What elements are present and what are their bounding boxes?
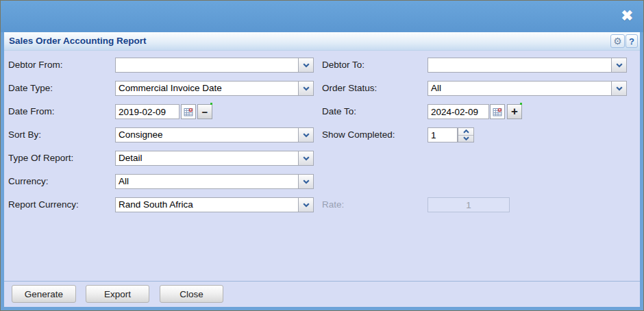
show-completed-spinner — [458, 127, 474, 142]
date-type-combobox[interactable]: Commercial Invoice Date — [115, 81, 314, 96]
chevron-down-icon[interactable] — [298, 175, 313, 188]
type-of-report-label: Type Of Report: — [8, 151, 73, 166]
debtor-from-value — [116, 58, 298, 72]
date-to-label: Date To: — [322, 104, 356, 119]
chevron-down-icon[interactable] — [611, 58, 626, 72]
currency-value: All — [116, 175, 298, 188]
chevron-down-icon[interactable] — [611, 82, 626, 95]
debtor-to-value — [428, 58, 611, 72]
generate-button[interactable]: Generate — [12, 285, 76, 303]
window-titlebar[interactable]: ✖ — [1, 1, 643, 32]
type-of-report-combobox[interactable]: Detail — [115, 151, 314, 166]
sort-by-value: Consignee — [116, 128, 298, 142]
date-from-decrement-button[interactable]: − — [197, 104, 212, 119]
dirty-indicator-dot — [520, 103, 522, 105]
date-from-calendar-button[interactable] — [181, 104, 196, 119]
close-button[interactable]: Close — [160, 285, 223, 303]
page-title: Sales Order Accounting Report — [9, 36, 147, 46]
date-type-value: Commercial Invoice Date — [116, 82, 298, 95]
show-completed-input[interactable] — [428, 127, 458, 142]
order-status-value: All — [428, 82, 611, 95]
rate-input — [428, 197, 510, 212]
chevron-down-icon[interactable] — [298, 128, 313, 142]
order-status-label: Order Status: — [322, 81, 377, 96]
report-currency-combobox[interactable]: Rand South Africa — [115, 197, 314, 212]
currency-combobox[interactable]: All — [115, 174, 314, 189]
chevron-down-icon[interactable] — [298, 198, 313, 212]
settings-button[interactable]: ⚙ — [610, 34, 625, 48]
chevron-down-icon[interactable] — [298, 82, 313, 95]
gear-icon: ⚙ — [613, 36, 622, 46]
calendar-icon — [184, 108, 193, 116]
currency-label: Currency: — [8, 174, 49, 189]
chevron-down-icon — [463, 136, 469, 140]
date-type-label: Date Type: — [8, 81, 53, 96]
plus-icon: + — [511, 105, 518, 119]
dirty-indicator-dot — [210, 103, 212, 105]
report-currency-value: Rand South Africa — [116, 198, 298, 212]
date-to-calendar-button[interactable] — [490, 104, 505, 119]
sort-by-combobox[interactable]: Consignee — [115, 127, 314, 142]
date-from-input[interactable] — [115, 104, 179, 119]
debtor-from-combobox[interactable] — [115, 58, 314, 73]
debtor-to-label: Debtor To: — [322, 58, 364, 73]
export-button[interactable]: Export — [86, 285, 149, 303]
spinner-up-button[interactable] — [458, 128, 473, 136]
dialog-window: ✖ Sales Order Accounting Report ⚙ ? Debt… — [0, 0, 644, 311]
chevron-up-icon — [463, 129, 469, 134]
type-of-report-value: Detail — [116, 151, 298, 165]
spinner-down-button[interactable] — [458, 136, 473, 142]
show-completed-label: Show Completed: — [322, 127, 395, 142]
chevron-down-icon[interactable] — [298, 151, 313, 165]
date-to-input[interactable] — [428, 104, 489, 119]
calendar-icon — [493, 108, 502, 116]
sort-by-label: Sort By: — [8, 127, 41, 142]
footer-divider — [4, 281, 640, 282]
date-to-increment-button[interactable]: + — [507, 104, 522, 119]
report-panel: Sales Order Accounting Report ⚙ ? Debtor… — [4, 32, 640, 307]
minus-icon: − — [202, 106, 208, 118]
close-icon[interactable]: ✖ — [621, 8, 633, 23]
date-from-label: Date From: — [8, 104, 55, 119]
help-button[interactable]: ? — [626, 34, 638, 48]
debtor-to-combobox[interactable] — [428, 58, 627, 73]
report-currency-label: Report Currency: — [8, 197, 79, 212]
chevron-down-icon[interactable] — [298, 58, 313, 72]
order-status-combobox[interactable]: All — [428, 81, 627, 96]
debtor-from-label: Debtor From: — [8, 58, 63, 73]
panel-header: Sales Order Accounting Report ⚙ ? — [4, 32, 640, 51]
rate-label: Rate: — [322, 197, 344, 212]
